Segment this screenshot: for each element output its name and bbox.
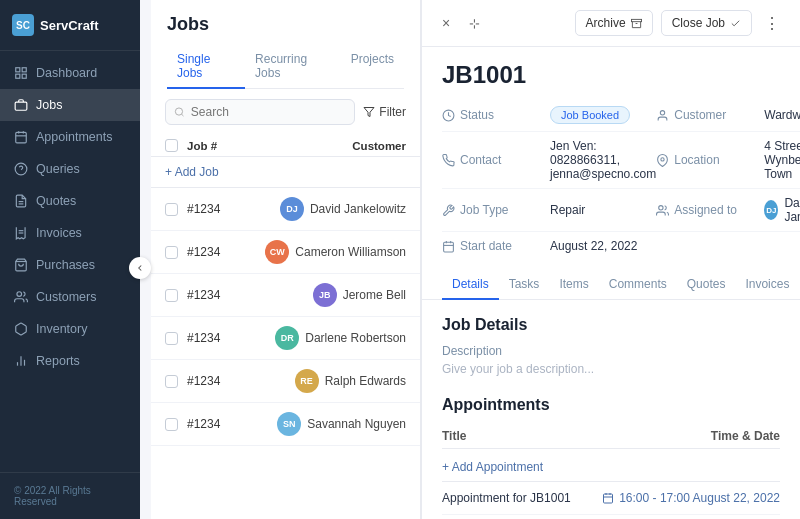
appointment-title: Appointment for JB1001 — [442, 491, 602, 505]
phone-icon — [442, 154, 455, 167]
archive-button[interactable]: Archive — [575, 10, 653, 36]
sidebar-item-inventory[interactable]: Inventory — [0, 313, 140, 345]
jobs-panel: Jobs Single Jobs Recurring Jobs Projects… — [151, 0, 421, 519]
svg-rect-29 — [444, 242, 454, 252]
tab-projects[interactable]: Projects — [341, 45, 404, 89]
close-icon[interactable]: × — [438, 15, 454, 31]
table-row[interactable]: #1234 RE Ralph Edwards — [151, 360, 420, 403]
job-number: #1234 — [187, 202, 280, 216]
sidebar-item-dashboard[interactable]: Dashboard — [0, 57, 140, 89]
jobs-table-header: Job # Customer — [151, 135, 420, 157]
job-customer: RE Ralph Edwards — [295, 369, 406, 393]
filter-button[interactable]: Filter — [363, 105, 406, 119]
sidebar-nav: Dashboard Jobs Appointments Queries Quot… — [0, 51, 140, 472]
col-customer-header: Customer — [352, 140, 406, 152]
svg-point-27 — [661, 157, 664, 160]
appointments-table-header: Title Time & Date — [442, 424, 780, 449]
row-checkbox[interactable] — [165, 289, 178, 302]
add-job-label: + Add Job — [165, 165, 219, 179]
jobs-panel-title: Jobs — [167, 14, 404, 35]
sidebar: SC ServCraft Dashboard Jobs Appointments… — [0, 0, 140, 519]
svg-point-20 — [175, 108, 182, 115]
assigned-avatar: DJ — [764, 200, 778, 220]
sidebar-item-customers[interactable]: Customers — [0, 281, 140, 313]
sidebar-item-jobs[interactable]: Jobs — [0, 89, 140, 121]
table-row[interactable]: #1234 DR Darlene Robertson — [151, 317, 420, 360]
search-input[interactable] — [191, 105, 347, 119]
sidebar-item-quotes[interactable]: Quotes — [0, 185, 140, 217]
svg-rect-3 — [22, 74, 26, 78]
sidebar-item-purchases[interactable]: Purchases — [0, 249, 140, 281]
tab-comments[interactable]: Comments — [599, 270, 677, 300]
sidebar-collapse-button[interactable] — [129, 257, 151, 279]
row-checkbox[interactable] — [165, 203, 178, 216]
sidebar-label-customers: Customers — [36, 290, 96, 304]
add-appointment-button[interactable]: + Add Appointment — [442, 453, 780, 482]
sidebar-item-reports[interactable]: Reports — [0, 345, 140, 377]
avatar: JB — [313, 283, 337, 307]
start-date-value: August 22, 2022 — [550, 239, 656, 253]
job-number: #1234 — [187, 288, 313, 302]
job-type-field: Job Type Repair — [442, 189, 656, 232]
tab-details[interactable]: Details — [442, 270, 499, 300]
start-date-field: Start date August 22, 2022 — [442, 232, 656, 260]
tab-items[interactable]: Items — [549, 270, 598, 300]
avatar: CW — [265, 240, 289, 264]
sidebar-item-queries[interactable]: Queries — [0, 153, 140, 185]
tab-invoices[interactable]: Invoices — [735, 270, 799, 300]
wrench-icon — [442, 204, 455, 217]
detail-body: Job Details Description Give your job a … — [422, 300, 800, 519]
jobs-search-container[interactable] — [165, 99, 355, 125]
description-label: Description — [442, 344, 780, 358]
help-circle-icon — [14, 162, 28, 176]
tab-recurring-jobs[interactable]: Recurring Jobs — [245, 45, 341, 89]
tab-tasks[interactable]: Tasks — [499, 270, 550, 300]
sidebar-item-appointments[interactable]: Appointments — [0, 121, 140, 153]
row-checkbox[interactable] — [165, 418, 178, 431]
list-item[interactable]: Appointment for JB1001 16:00 - 17:00 Aug… — [442, 482, 780, 515]
users-icon — [14, 290, 28, 304]
logo-text: ServCraft — [40, 18, 99, 33]
pin-icon[interactable]: ⊹ — [466, 15, 482, 31]
row-checkbox[interactable] — [165, 375, 178, 388]
detail-fields: Status Job Booked Customer Wardworx — [422, 99, 800, 270]
table-row[interactable]: #1234 SN Savannah Nguyen — [151, 403, 420, 446]
table-row[interactable]: #1234 JB Jerome Bell — [151, 274, 420, 317]
shopping-bag-icon — [14, 258, 28, 272]
row-checkbox[interactable] — [165, 246, 178, 259]
sidebar-label-invoices: Invoices — [36, 226, 82, 240]
assign-icon — [656, 204, 669, 217]
header-checkbox[interactable] — [165, 139, 178, 152]
avatar: DR — [275, 326, 299, 350]
more-options-icon[interactable]: ⋮ — [760, 11, 784, 35]
appointment-date: 16:00 - 17:00 August 22, 2022 — [602, 491, 780, 505]
svg-rect-23 — [631, 19, 641, 21]
tab-single-jobs[interactable]: Single Jobs — [167, 45, 245, 89]
status-value: Job Booked — [550, 106, 656, 124]
svg-rect-4 — [15, 102, 27, 110]
filter-icon — [363, 106, 375, 118]
row-checkbox[interactable] — [165, 332, 178, 345]
box-icon — [14, 322, 28, 336]
filter-label: Filter — [379, 105, 406, 119]
jobs-tabs: Single Jobs Recurring Jobs Projects — [167, 45, 404, 89]
table-row[interactable]: #1234 DJ David Jankelowitz — [151, 188, 420, 231]
archive-label: Archive — [586, 16, 626, 30]
close-job-label: Close Job — [672, 16, 725, 30]
sidebar-logo: SC ServCraft — [0, 0, 140, 51]
sidebar-label-reports: Reports — [36, 354, 80, 368]
sidebar-item-invoices[interactable]: Invoices — [0, 217, 140, 249]
jobs-search-row: Filter — [151, 89, 420, 135]
tab-quotes[interactable]: Quotes — [677, 270, 736, 300]
sidebar-label-purchases: Purchases — [36, 258, 95, 272]
assigned-field: Assigned to DJ David Jankelowitz — [656, 189, 800, 232]
job-number: #1234 — [187, 331, 275, 345]
job-customer: CW Cameron Williamson — [265, 240, 406, 264]
table-row[interactable]: #1234 CW Cameron Williamson — [151, 231, 420, 274]
close-job-button[interactable]: Close Job — [661, 10, 752, 36]
description-placeholder: Give your job a description... — [442, 362, 780, 376]
customer-value: Wardworx — [764, 108, 800, 122]
status-field: Status Job Booked — [442, 99, 656, 132]
calendar-icon — [442, 240, 455, 253]
add-job-row[interactable]: + Add Job — [151, 157, 420, 188]
